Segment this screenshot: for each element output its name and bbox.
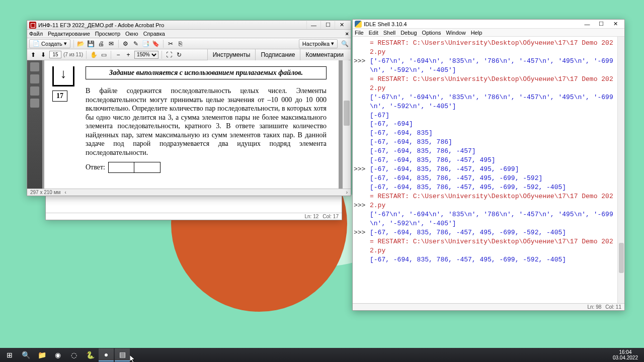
obs-icon[interactable]: ● xyxy=(99,348,114,361)
minimize-button[interactable]: — xyxy=(306,21,320,29)
side-sign-icon[interactable] xyxy=(30,99,39,108)
answer-boxes xyxy=(108,162,160,173)
acrobat-page-area[interactable]: Задание выполняется с использованием при… xyxy=(42,60,351,189)
tool-4-icon[interactable]: 🔖 xyxy=(152,40,160,48)
idle-menu-file[interactable]: File xyxy=(355,30,364,36)
taskbar-clock[interactable]: 16:04 03.04.2022 xyxy=(609,349,642,360)
menu-help[interactable]: Справка xyxy=(143,31,165,37)
settings-button[interactable]: Настройка ▾ xyxy=(299,39,338,48)
download-icon xyxy=(52,66,74,86)
tab-comments[interactable]: Комментарии xyxy=(300,49,349,60)
hscroll-right-icon[interactable]: › xyxy=(346,190,348,195)
idle-scrollbar[interactable] xyxy=(617,37,624,303)
chrome-icon[interactable]: ◉ xyxy=(50,348,65,361)
tab-tools[interactable]: Инструменты xyxy=(207,49,256,60)
idle-menu-window[interactable]: Window xyxy=(446,30,466,36)
task-header: Задание выполняется с использованием при… xyxy=(86,66,327,79)
create-button[interactable]: 📄 Создать ▾ xyxy=(29,39,70,48)
acrobat-window: ИНФ-11 ЕГЭ 2022_ДЕМО.pdf - Adobe Acrobat… xyxy=(27,20,351,196)
select-tool-icon[interactable]: ▭ xyxy=(100,51,108,59)
editor-window-under: Ln: 12 Col: 17 xyxy=(45,195,342,220)
acrobat-statusbar: 297 x 210 мм ‹ › xyxy=(27,189,351,196)
idle-menu-help[interactable]: Help xyxy=(471,30,482,36)
idle-maximize-button[interactable]: ☐ xyxy=(594,20,608,28)
page-number-input[interactable] xyxy=(49,51,61,58)
clock-date: 03.04.2022 xyxy=(613,355,638,360)
acrobat-toolbar-1: 📄 Создать ▾ 📂 💾 🖨 ✉ ⚙ ✎ 📑 🔖 ✂ ⎘ Настройк… xyxy=(27,38,351,49)
hscroll-left-icon[interactable]: ‹ xyxy=(64,190,66,195)
acrobat-scrollbar[interactable] xyxy=(343,60,351,189)
doc-close-icon[interactable]: × xyxy=(346,31,349,37)
acrobat-menubar: Файл Редактирование Просмотр Окно Справк… xyxy=(27,30,351,38)
acrobat-sidebar xyxy=(27,60,42,189)
tab-sign[interactable]: Подписание xyxy=(255,49,300,60)
idle-scrollbar-thumb[interactable] xyxy=(619,243,624,273)
scrollbar-thumb[interactable] xyxy=(344,101,350,126)
acrobat-icon[interactable]: ▤ xyxy=(115,348,130,361)
menu-file[interactable]: Файл xyxy=(29,31,43,37)
pdf-page: Задание выполняется с использованием при… xyxy=(44,60,339,189)
taskbar: ⊞🔍📁◉◌🐍●▤ 16:04 03.04.2022 xyxy=(0,348,644,362)
tool-1-icon[interactable]: ⚙ xyxy=(122,40,130,48)
idle-menu-debug[interactable]: Debug xyxy=(400,30,417,36)
tool-5-icon[interactable]: ✂ xyxy=(167,40,175,48)
menu-edit[interactable]: Редактирование xyxy=(48,31,90,37)
discord-icon[interactable]: ◌ xyxy=(66,348,82,361)
python-icon[interactable]: 🐍 xyxy=(83,348,98,361)
under-ln: Ln: 12 xyxy=(305,214,319,219)
save-icon[interactable]: 💾 xyxy=(87,40,95,48)
menu-window[interactable]: Окно xyxy=(125,31,138,37)
idle-col: Col: 11 xyxy=(605,304,621,310)
side-bookmarks-icon[interactable] xyxy=(30,74,39,83)
open-icon[interactable]: 📂 xyxy=(77,40,85,48)
print-icon[interactable]: 🖨 xyxy=(97,40,105,48)
idle-titlebar[interactable]: IDLE Shell 3.10.4 — ☐ ✕ xyxy=(353,20,624,29)
acrobat-titlebar[interactable]: ИНФ-11 ЕГЭ 2022_ДЕМО.pdf - Adobe Acrobat… xyxy=(27,21,351,30)
idle-menu-edit[interactable]: Edit xyxy=(369,30,378,36)
search-button[interactable]: 🔍 xyxy=(18,348,33,361)
zoom-in-icon[interactable]: + xyxy=(124,51,132,59)
idle-statusbar: Ln: 98 Col: 11 xyxy=(353,303,624,310)
zoom-out-icon[interactable]: − xyxy=(114,51,122,59)
side-attach-icon[interactable] xyxy=(30,86,39,96)
tool-6-icon[interactable]: ⎘ xyxy=(177,40,185,48)
idle-window: IDLE Shell 3.10.4 — ☐ ✕ File Edit Shell … xyxy=(352,19,625,311)
task-number: 17 xyxy=(52,90,67,102)
acrobat-toolbar-2: ⬆ ⬇ (7 из 11) ✋ ▭ − + 150% ⛶ ↻ Инструмен… xyxy=(27,49,351,60)
answer-label: Ответ: xyxy=(86,163,105,171)
page-dims: 297 x 210 мм xyxy=(30,190,60,195)
clock-time: 16:04 xyxy=(613,349,638,355)
rotate-icon[interactable]: ↻ xyxy=(175,51,183,59)
idle-output[interactable]: = RESTART: C:\Users\University\Desktop\О… xyxy=(370,37,617,303)
acrobat-app-icon xyxy=(29,22,36,29)
fit-icon[interactable]: ⛶ xyxy=(165,51,173,59)
idle-prompt-gutter: >>> >>> >>> >>> xyxy=(353,37,370,303)
task-text: В файле содержится последовательность це… xyxy=(86,86,327,157)
acrobat-title-text: ИНФ-11 ЕГЭ 2022_ДЕМО.pdf - Adobe Acrobat… xyxy=(38,22,306,28)
mail-icon[interactable]: ✉ xyxy=(107,40,115,48)
page-total: (7 из 11) xyxy=(63,52,83,57)
maximize-button[interactable]: ☐ xyxy=(320,21,335,29)
close-button[interactable]: ✕ xyxy=(335,21,349,29)
under-col: Col: 17 xyxy=(323,214,339,219)
zoom-select[interactable]: 150% xyxy=(134,51,158,59)
start-button[interactable]: ⊞ xyxy=(2,348,17,361)
explorer-icon[interactable]: 📁 xyxy=(34,348,49,361)
search-icon[interactable]: 🔍 xyxy=(341,40,349,48)
page-down-icon[interactable]: ⬇ xyxy=(39,51,47,59)
side-pages-icon[interactable] xyxy=(30,62,39,71)
python-app-icon xyxy=(355,21,362,28)
menu-view[interactable]: Просмотр xyxy=(95,31,120,37)
idle-title-text: IDLE Shell 3.10.4 xyxy=(364,21,580,27)
tool-3-icon[interactable]: 📑 xyxy=(142,40,150,48)
idle-minimize-button[interactable]: — xyxy=(580,20,594,28)
idle-menu-shell[interactable]: Shell xyxy=(383,30,395,36)
idle-menubar: File Edit Shell Debug Options Window Hel… xyxy=(353,29,624,37)
idle-menu-options[interactable]: Options xyxy=(422,30,441,36)
tool-2-icon[interactable]: ✎ xyxy=(132,40,140,48)
idle-ln: Ln: 98 xyxy=(588,304,602,310)
page-up-icon[interactable]: ⬆ xyxy=(29,51,37,59)
hand-tool-icon[interactable]: ✋ xyxy=(90,51,98,59)
idle-close-button[interactable]: ✕ xyxy=(608,20,622,28)
